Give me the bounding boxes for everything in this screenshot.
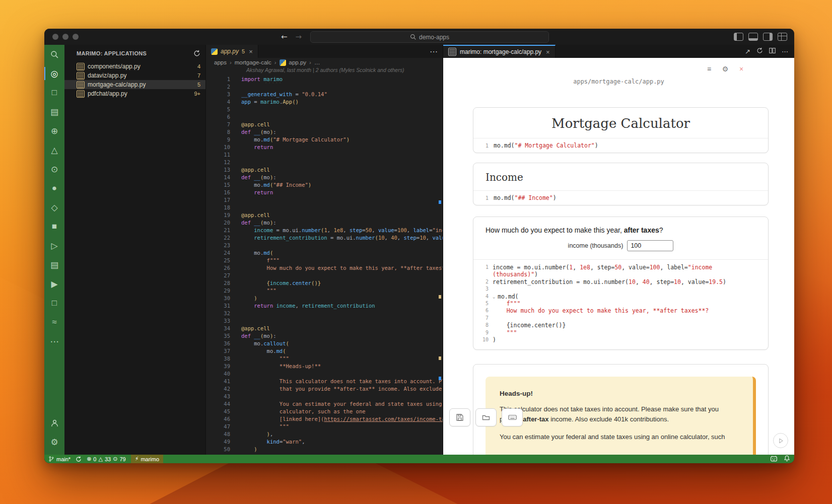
activity-jupyter-icon[interactable]: ⊙ — [44, 160, 64, 179]
breadcrumb[interactable]: apps›mortgage-calc›app.py›… — [206, 58, 443, 67]
customize-layout-icon[interactable] — [778, 33, 787, 41]
ruler-mark — [439, 200, 441, 204]
nav-back-button[interactable]: ← — [281, 32, 288, 41]
cell-code[interactable]: 1income = mo.ui.number(1, 1e8, step=50, … — [473, 260, 768, 349]
line-number: 9 — [206, 136, 241, 143]
code-line: 36 mo.callout( — [206, 340, 443, 347]
cell-code[interactable]: 1mo.md("## Income") — [473, 191, 768, 205]
zoom-window-button[interactable] — [73, 34, 79, 40]
tab-app-py[interactable]: app.py 5 × — [206, 45, 258, 58]
code-line: 46 [linked here](https://smartasset.com/… — [206, 415, 443, 423]
activity-layout-icon[interactable]: ■ — [44, 217, 64, 236]
minimize-window-button[interactable] — [62, 34, 68, 40]
activity-notebook-icon[interactable]: ▤ — [44, 255, 64, 274]
file-item-components-app-py[interactable]: components/app.py4 — [64, 62, 205, 71]
activity-gitlens-icon[interactable]: ◇ — [44, 198, 64, 217]
code-line: 30 ) — [206, 295, 443, 302]
folder-icon — [482, 413, 490, 421]
activity-docker-icon[interactable]: ≈ — [44, 313, 64, 332]
activity-remote-explorer-icon[interactable]: □ — [44, 294, 64, 313]
code-line: 48 ), — [206, 430, 443, 438]
marimo-status-badge[interactable]: ⚡ marimo — [131, 455, 163, 463]
activity-github-icon[interactable]: ● — [44, 179, 64, 198]
code-line: 29 """ — [206, 287, 443, 295]
run-cell-button[interactable] — [773, 433, 788, 448]
tab-close-icon[interactable]: × — [249, 48, 253, 55]
toggle-secondary-sidebar-icon[interactable] — [763, 33, 773, 41]
save-button[interactable] — [449, 408, 470, 426]
activity-accounts-icon[interactable] — [44, 413, 64, 433]
file-item-pdfchat-app-py[interactable]: pdfchat/app.py9+ — [64, 89, 205, 98]
info-icon: ⊙ — [113, 456, 117, 462]
income-input[interactable] — [627, 240, 673, 251]
text-segment: ? — [659, 226, 663, 234]
reload-webview-icon[interactable] — [756, 47, 763, 55]
webview-more-actions-icon[interactable]: ⋯ — [782, 48, 788, 55]
cell-count-badge: 7 — [197, 73, 200, 79]
notebook-icon — [77, 90, 85, 98]
play-icon — [778, 438, 784, 444]
editor-more-actions-icon[interactable]: ⋯ — [430, 47, 438, 56]
cell-code[interactable]: 1mo.md("# Mortgage Calculator") — [473, 138, 768, 153]
cell-count-badge: 9+ — [194, 91, 200, 97]
activity-marimo-icon[interactable]: ◎ — [44, 64, 64, 83]
notebook-icon — [77, 63, 85, 70]
line-number: 14 — [206, 174, 241, 181]
code-line: 24 mo.md( — [206, 249, 443, 257]
file-item-dataviz-app-py[interactable]: dataviz/app.py7 — [64, 71, 205, 80]
code-line: (thousands)") — [475, 271, 763, 278]
tab-marimo-webview[interactable]: marimo: mortgage-calc/app.py × — [443, 45, 556, 58]
refresh-icon[interactable] — [193, 50, 200, 57]
activity-run-icon[interactable]: ▷ — [44, 236, 64, 255]
keyboard-shortcuts-button[interactable] — [502, 408, 523, 426]
code-line: 2retirement_contribution = mo.ui.number(… — [475, 278, 763, 285]
activity-search-icon[interactable] — [44, 45, 64, 64]
line-number: 7 — [475, 315, 493, 322]
activity-git-pull-request-icon[interactable]: △ — [44, 140, 64, 160]
activity-more-icon[interactable]: ⋯ — [44, 332, 64, 351]
notifications-bell-icon[interactable] — [784, 455, 790, 463]
nav-forward-button[interactable]: → — [296, 32, 302, 41]
split-editor-icon[interactable] — [769, 47, 776, 55]
line-number: 38 — [206, 355, 241, 363]
line-number: 3 — [475, 285, 493, 293]
line-number: 1 — [473, 142, 494, 149]
activity-doc-search-icon[interactable]: ▤ — [44, 102, 64, 121]
toggle-primary-sidebar-icon[interactable] — [734, 33, 743, 41]
line-number: 42 — [206, 385, 241, 393]
toggle-panel-icon[interactable] — [748, 33, 758, 41]
code-line: 34@app.cell — [206, 325, 443, 332]
breadcrumb-item[interactable]: … — [314, 59, 320, 65]
close-window-button[interactable] — [52, 34, 58, 40]
file-item-mortgage-calc-app-py[interactable]: mortgage-calc/app.py5 — [64, 80, 205, 89]
marimo-menu-button[interactable]: ≡ — [703, 62, 716, 76]
line-number: 48 — [206, 430, 241, 438]
sync-changes-button[interactable] — [76, 456, 82, 462]
feedback-smiley-icon[interactable] — [770, 455, 778, 463]
marimo-shutdown-button[interactable]: × — [735, 62, 748, 76]
marimo-settings-button[interactable]: ⚙ — [719, 62, 732, 76]
marimo-app-panel: ≡ ⚙ × apps/mortgage-calc/app.py Mortgage… — [443, 58, 794, 455]
breadcrumb-item[interactable]: app.py — [289, 59, 307, 65]
fold-chevron-icon[interactable]: ⌄ — [493, 293, 498, 300]
code-line: 47 """ — [206, 423, 443, 430]
sidebar-section-title: MARIMO: APPLICATIONS — [77, 50, 147, 56]
code-line: 41 This calculator does not take taxes i… — [206, 378, 443, 385]
activity-bar: ◎□▤⊕△⊙●◇■▷▤▶□≈⋯ ⚙ — [44, 45, 64, 455]
status-bar: main* ⊗ 0 △ 33 ⊙ 79 ⚡ marimo — [44, 455, 794, 463]
activity-explorer-icon[interactable]: □ — [44, 83, 64, 102]
open-in-browser-icon[interactable]: ↗ — [745, 48, 750, 55]
git-branch-status[interactable]: main* — [48, 456, 71, 462]
activity-testing-icon[interactable]: ▶ — [44, 274, 64, 294]
webview-tab-close-icon[interactable]: × — [546, 48, 550, 56]
command-center-search[interactable]: demo-apps — [310, 31, 549, 43]
line-number: 22 — [206, 234, 241, 242]
activity-extensions-icon[interactable]: ⊕ — [44, 121, 64, 140]
activity-settings-icon[interactable]: ⚙ — [44, 433, 64, 452]
breadcrumb-item[interactable]: apps — [214, 59, 227, 65]
open-folder-button[interactable] — [475, 408, 497, 426]
code-editor[interactable]: 1import marimo23__generated_with = "0.0.… — [206, 74, 443, 455]
line-number: 31 — [206, 302, 241, 310]
breadcrumb-item[interactable]: mortgage-calc — [235, 59, 271, 65]
problems-status[interactable]: ⊗ 0 △ 33 ⊙ 79 — [87, 456, 126, 462]
